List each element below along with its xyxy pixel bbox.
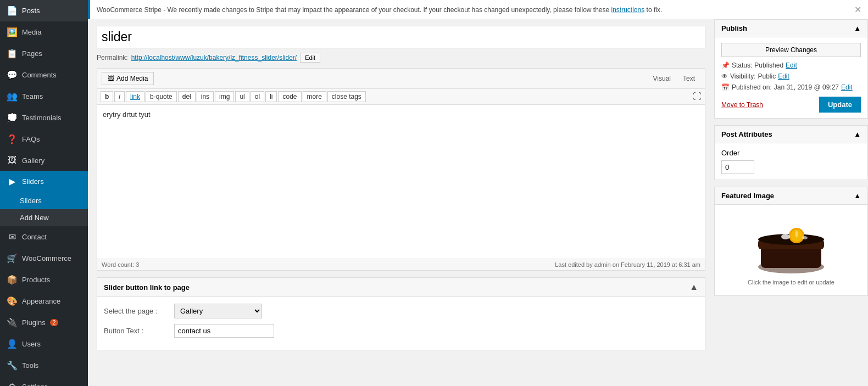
sidebar-item-label: Contact bbox=[22, 233, 47, 241]
published-edit-link[interactable]: Edit bbox=[841, 83, 853, 91]
format-del[interactable]: del bbox=[178, 91, 196, 102]
sidebar-item-tools[interactable]: 🔧 Tools bbox=[0, 355, 88, 376]
permalink-url[interactable]: http://localhost/www/luzuk/bakery/lz_fit… bbox=[131, 54, 297, 61]
featured-image-collapse-icon[interactable]: ▲ bbox=[854, 192, 861, 200]
sidebar-item-contact[interactable]: ✉ Contact bbox=[0, 226, 88, 248]
post-attributes-collapse-icon[interactable]: ▲ bbox=[854, 130, 861, 138]
right-sidebar: Publish ▲ Preview Changes 📌 Status: Publ… bbox=[714, 19, 868, 386]
format-img[interactable]: img bbox=[215, 91, 234, 102]
visibility-value: Public bbox=[758, 72, 776, 80]
featured-image-header: Featured Image ▲ bbox=[715, 187, 867, 205]
format-bquote[interactable]: b-quote bbox=[146, 91, 177, 102]
products-icon: 📦 bbox=[7, 275, 18, 285]
format-ul[interactable]: ul bbox=[235, 91, 249, 102]
button-text-input[interactable] bbox=[174, 324, 274, 338]
submenu-sliders-label: Sliders bbox=[20, 197, 42, 205]
meta-box-header: Slider button link to page ▲ bbox=[97, 278, 705, 297]
word-count: Word count: 3 bbox=[102, 261, 139, 268]
sliders-submenu: Sliders Add New bbox=[0, 192, 88, 226]
editor-format-bar: b i link b-quote del ins img ul ol li co… bbox=[97, 89, 705, 105]
sidebar-item-teams[interactable]: 👥 Teams bbox=[0, 86, 88, 107]
notice-bar: WooCommerce Stripe - We recently made ch… bbox=[88, 0, 868, 19]
format-link[interactable]: link bbox=[126, 91, 144, 102]
post-attributes-box: Post Attributes ▲ Order bbox=[714, 125, 868, 180]
sidebar-item-users[interactable]: 👤 Users bbox=[0, 333, 88, 355]
featured-image-content: Click the image to edit or update bbox=[715, 205, 867, 295]
meta-box-collapse-icon[interactable]: ▲ bbox=[689, 282, 698, 292]
publish-box-header: Publish ▲ bbox=[715, 20, 867, 37]
submenu-add-new-label: Add New bbox=[20, 214, 49, 222]
sidebar-item-testimonials[interactable]: 💭 Testimonials bbox=[0, 107, 88, 128]
sidebar-item-posts[interactable]: 📄 Posts bbox=[0, 0, 88, 21]
sidebar-item-appearance[interactable]: 🎨 Appearance bbox=[0, 290, 88, 312]
add-media-button[interactable]: 🖼 Add Media bbox=[102, 72, 154, 85]
post-attributes-header: Post Attributes ▲ bbox=[715, 126, 867, 143]
featured-image[interactable] bbox=[753, 215, 830, 275]
users-icon: 👤 bbox=[7, 339, 18, 349]
status-icon: 📌 bbox=[721, 61, 730, 69]
submenu-sliders[interactable]: Sliders bbox=[0, 192, 88, 209]
notice-close-button[interactable]: ✕ bbox=[854, 4, 861, 15]
sidebar-item-label: Teams bbox=[22, 92, 43, 100]
post-title-input[interactable] bbox=[97, 26, 705, 48]
testimonials-icon: 💭 bbox=[7, 113, 18, 123]
notice-link[interactable]: instructions bbox=[611, 6, 645, 14]
button-text-field: Button Text : bbox=[104, 324, 698, 338]
sidebar-item-label: Media bbox=[22, 28, 41, 36]
sidebar-item-label: Sliders bbox=[22, 177, 44, 186]
format-italic[interactable]: i bbox=[114, 91, 125, 102]
publish-box-content: Preview Changes 📌 Status: Published Edit… bbox=[715, 37, 867, 118]
sidebar-item-label: Settings bbox=[22, 383, 48, 386]
sidebar-item-label: Plugins bbox=[22, 318, 46, 327]
sidebar-item-label: Testimonials bbox=[22, 114, 62, 122]
update-button[interactable]: Update bbox=[819, 97, 861, 113]
format-li[interactable]: li bbox=[265, 91, 277, 102]
submenu-add-new[interactable]: Add New bbox=[0, 209, 88, 226]
status-edit-link[interactable]: Edit bbox=[786, 61, 797, 69]
sidebar-item-pages[interactable]: 📋 Pages bbox=[0, 43, 88, 64]
meta-box-title: Slider button link to page bbox=[104, 283, 190, 292]
visibility-row: 👁 Visibility: Public Edit bbox=[721, 72, 861, 80]
sidebar-item-faqs[interactable]: ❓ FAQs bbox=[0, 128, 88, 150]
posts-icon: 📄 bbox=[7, 5, 18, 16]
select-page-dropdown[interactable]: Gallery Home About Contact Shop bbox=[174, 304, 262, 318]
editor-panel: Permalink: http://localhost/www/luzuk/ba… bbox=[88, 19, 714, 386]
sidebar-item-comments[interactable]: 💬 Comments bbox=[0, 64, 88, 86]
featured-image-container[interactable]: Click the image to edit or update bbox=[721, 210, 861, 290]
format-ins[interactable]: ins bbox=[197, 91, 214, 102]
format-bold[interactable]: b bbox=[101, 91, 113, 102]
format-code[interactable]: code bbox=[278, 91, 301, 102]
editor-footer: Word count: 3 Last edited by admin on Fe… bbox=[97, 259, 705, 270]
format-more[interactable]: more bbox=[303, 91, 326, 102]
tab-visual[interactable]: Visual bbox=[648, 72, 676, 85]
move-to-trash-link[interactable]: Move to Trash bbox=[721, 101, 763, 109]
sidebar-item-settings[interactable]: ⚙ Settings bbox=[0, 376, 88, 386]
format-close-tags[interactable]: close tags bbox=[327, 91, 366, 102]
preview-changes-button[interactable]: Preview Changes bbox=[721, 43, 861, 57]
sidebar-item-media[interactable]: 🖼️ Media bbox=[0, 21, 88, 43]
expand-editor-button[interactable]: ⛶ bbox=[693, 92, 702, 102]
button-text-label: Button Text : bbox=[104, 327, 170, 335]
appearance-icon: 🎨 bbox=[7, 296, 18, 306]
editor-toolbar-top: 🖼 Add Media Visual Text bbox=[97, 69, 705, 89]
contact-icon: ✉ bbox=[7, 232, 18, 242]
sidebar-item-products[interactable]: 📦 Products bbox=[0, 269, 88, 290]
tab-text[interactable]: Text bbox=[677, 72, 700, 85]
sidebar-item-sliders[interactable]: ▶ Sliders bbox=[0, 171, 88, 192]
sidebar-item-gallery[interactable]: 🖼 Gallery bbox=[0, 150, 88, 171]
sidebar-item-woocommerce[interactable]: 🛒 WooCommerce bbox=[0, 248, 88, 269]
faqs-icon: ❓ bbox=[7, 134, 18, 144]
editor-content-area[interactable]: erytry drtut tyut bbox=[97, 105, 705, 259]
visibility-edit-link[interactable]: Edit bbox=[778, 72, 789, 80]
sidebar-item-label: Posts bbox=[22, 7, 40, 15]
published-label: Published on: bbox=[732, 83, 772, 91]
sidebar-item-label: Users bbox=[22, 340, 41, 348]
publish-collapse-icon[interactable]: ▲ bbox=[854, 24, 861, 32]
sidebar-item-plugins[interactable]: 🔌 Plugins 2 bbox=[0, 312, 88, 333]
order-input[interactable] bbox=[721, 160, 754, 174]
pages-icon: 📋 bbox=[7, 48, 18, 59]
content-area: Permalink: http://localhost/www/luzuk/ba… bbox=[88, 19, 868, 386]
permalink-edit-button[interactable]: Edit bbox=[300, 53, 320, 63]
editor-box: 🖼 Add Media Visual Text b i link b-quote… bbox=[97, 68, 705, 271]
format-ol[interactable]: ol bbox=[251, 91, 264, 102]
